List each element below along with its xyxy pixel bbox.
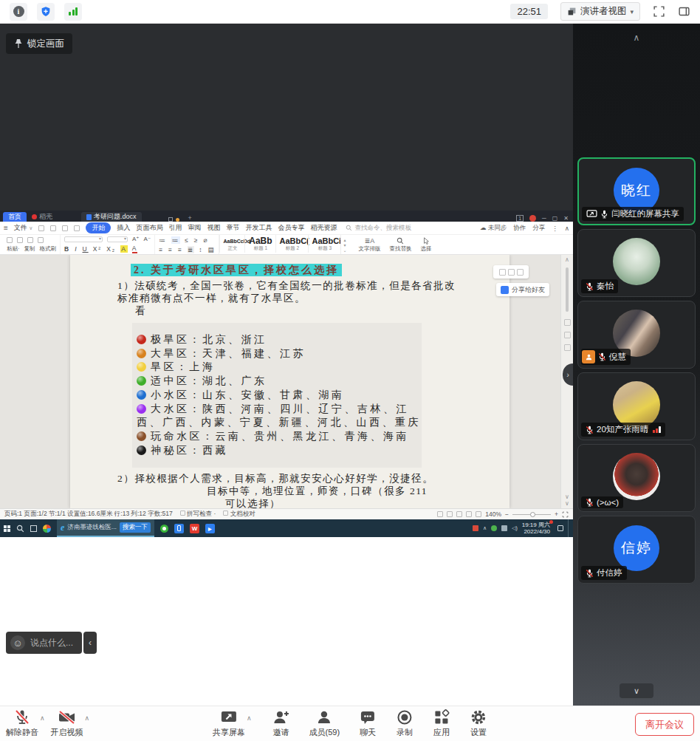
leave-meeting-button[interactable]: 离开会议: [635, 713, 694, 736]
scrollbar-thumb[interactable]: [566, 267, 569, 312]
participants-scroll-up[interactable]: ∧: [573, 33, 700, 43]
line-spacing-icon[interactable]: ↕: [199, 246, 203, 253]
record-button[interactable]: 录制: [396, 708, 414, 738]
tray-app-green-icon[interactable]: [491, 525, 497, 531]
apps-button[interactable]: 应用: [433, 708, 450, 738]
style-normal[interactable]: AaBbCcDd 正文: [219, 235, 244, 253]
find-replace-tool[interactable]: 查找替换: [385, 237, 416, 253]
view-mode-1-icon[interactable]: [437, 511, 443, 517]
invite-button[interactable]: 邀请: [272, 708, 290, 738]
subscript-button[interactable]: X₂: [106, 245, 116, 253]
indent-increase-icon[interactable]: ≥: [194, 236, 199, 244]
share-widget[interactable]: 分享给好友: [496, 283, 549, 296]
wps-menu-item[interactable]: 稻壳资源: [310, 223, 337, 233]
wps-account-avatar[interactable]: [529, 215, 536, 222]
participant-tile[interactable]: 信婷 付信婷: [577, 516, 696, 584]
view-mode-4-icon[interactable]: [466, 511, 472, 517]
taskbar-search-icon[interactable]: [16, 525, 24, 533]
fit-page-icon[interactable]: [562, 511, 569, 518]
lock-view-button[interactable]: 锁定画面: [6, 33, 72, 54]
font-size-select[interactable]: [107, 236, 128, 242]
view-mode-selector[interactable]: 演讲者视图 ▾: [560, 2, 640, 21]
action-center-icon[interactable]: [557, 525, 563, 531]
align-right-icon[interactable]: ≡: [178, 246, 183, 253]
chat-collapse-button[interactable]: ‹: [83, 632, 97, 654]
camera-options-chevron[interactable]: ∧: [85, 714, 90, 722]
wps-menu-item[interactable]: 视图: [207, 223, 220, 233]
scroll-down-icon[interactable]: ∨: [565, 494, 569, 500]
collapse-ribbon-icon[interactable]: ∧: [565, 225, 569, 232]
italic-button[interactable]: I: [75, 245, 78, 253]
view-mode-2-icon[interactable]: [447, 511, 453, 517]
wps-menu-item[interactable]: 章节: [226, 223, 239, 233]
fullscreen-icon[interactable]: [653, 5, 665, 18]
wps-tab-home[interactable]: 首页: [3, 212, 27, 222]
wps-menu-item[interactable]: 开发工具: [245, 223, 272, 233]
document-page[interactable]: 2. 关于考研水区旱区，择校怎么选择 1）法硕统考，全国一张卷，它有全国统一的批…: [70, 255, 509, 508]
select-tool[interactable]: 选择: [416, 237, 436, 253]
new-tab-button[interactable]: +: [188, 214, 192, 222]
spellcheck-toggle[interactable]: 拼写检查 ·: [180, 510, 216, 519]
highlight-button[interactable]: A: [120, 245, 128, 253]
participant-tile[interactable]: (>ω<): [577, 444, 696, 512]
show-desktop-button[interactable]: [568, 519, 571, 537]
copy-icon[interactable]: [27, 237, 33, 243]
typeset-tool[interactable]: ≣A文字排版: [354, 237, 385, 253]
paste-icon[interactable]: [7, 237, 13, 243]
wps-file-menu[interactable]: 文件 ∨: [14, 223, 33, 233]
copy-label[interactable]: 复制: [24, 245, 35, 253]
next-page-icon[interactable]: ∨: [565, 500, 569, 507]
members-button[interactable]: 成员(59): [309, 708, 340, 738]
browser-task-button[interactable]: e 济南墨迹线检医... 搜索一下: [57, 519, 154, 537]
style-heading3[interactable]: AaBbCi 标题 3: [308, 235, 340, 253]
emoji-icon[interactable]: ☺: [10, 635, 25, 650]
minimize-icon[interactable]: ─: [542, 215, 546, 222]
share-screen-button[interactable]: 共享屏幕: [213, 708, 245, 738]
participant-tile[interactable]: 倪慧: [577, 301, 696, 369]
zoom-out-button[interactable]: −: [505, 510, 509, 518]
more-icon[interactable]: ⋮: [552, 225, 558, 232]
meeting-app-icon[interactable]: ▶: [205, 524, 215, 533]
phone-app-icon[interactable]: [174, 524, 184, 533]
participant-tile[interactable]: 秦怡: [577, 229, 696, 297]
undo-icon[interactable]: [62, 225, 68, 231]
tray-expand-icon[interactable]: ∧: [483, 525, 487, 531]
start-button[interactable]: [4, 525, 10, 532]
wps-menu-item[interactable]: 开始: [86, 222, 111, 233]
style-heading2[interactable]: AaBbC( 标题 2: [275, 235, 308, 253]
wps-app-icon[interactable]: W: [190, 524, 199, 533]
bold-button[interactable]: B: [64, 245, 70, 253]
view-mode-5-icon[interactable]: [476, 511, 481, 517]
number-list-icon[interactable]: ≔: [171, 236, 181, 244]
chat-button[interactable]: 聊天: [359, 708, 377, 738]
tray-app-gray-icon[interactable]: [501, 525, 507, 531]
zoom-in-button[interactable]: +: [555, 510, 558, 518]
wps-menu-item[interactable]: 审阅: [188, 223, 201, 233]
justify-icon[interactable]: ≣: [188, 246, 194, 253]
wps-menu-item[interactable]: 引用: [168, 223, 182, 233]
mic-options-chevron[interactable]: ∧: [40, 714, 45, 722]
font-grow-icon[interactable]: A⁺: [132, 236, 140, 242]
settings-button[interactable]: 设置: [470, 708, 487, 738]
redo-icon[interactable]: [74, 225, 80, 231]
shading-icon[interactable]: ▤: [207, 246, 215, 253]
tray-app-red-icon[interactable]: [473, 525, 478, 531]
hamburger-icon[interactable]: ≡: [4, 224, 8, 232]
maximize-icon[interactable]: ▢: [552, 215, 558, 222]
doc-floating-toolbar[interactable]: [493, 265, 529, 279]
close-icon[interactable]: ✕: [563, 215, 569, 222]
wps-command-search[interactable]: 查找命令、搜索模板: [346, 224, 411, 233]
ruler-icon[interactable]: [564, 319, 571, 326]
font-family-select[interactable]: [64, 236, 103, 242]
zoom-level[interactable]: 140%: [485, 510, 501, 518]
participants-scroll-down[interactable]: ∨: [620, 683, 653, 698]
proofread-toggle[interactable]: 文档校对: [223, 510, 255, 519]
font-color-button[interactable]: A: [132, 245, 138, 253]
wps-menu-item[interactable]: 页面布局: [136, 223, 162, 233]
wps-notify-badge[interactable]: 1: [516, 215, 524, 222]
cloud-sync-status[interactable]: ☁ 未同步: [480, 224, 507, 233]
clear-format-icon[interactable]: ⌀: [203, 236, 208, 244]
toggle-sidebar-icon[interactable]: [678, 5, 690, 18]
pen-icon[interactable]: [564, 332, 571, 338]
share-options-chevron[interactable]: ∧: [247, 714, 252, 722]
